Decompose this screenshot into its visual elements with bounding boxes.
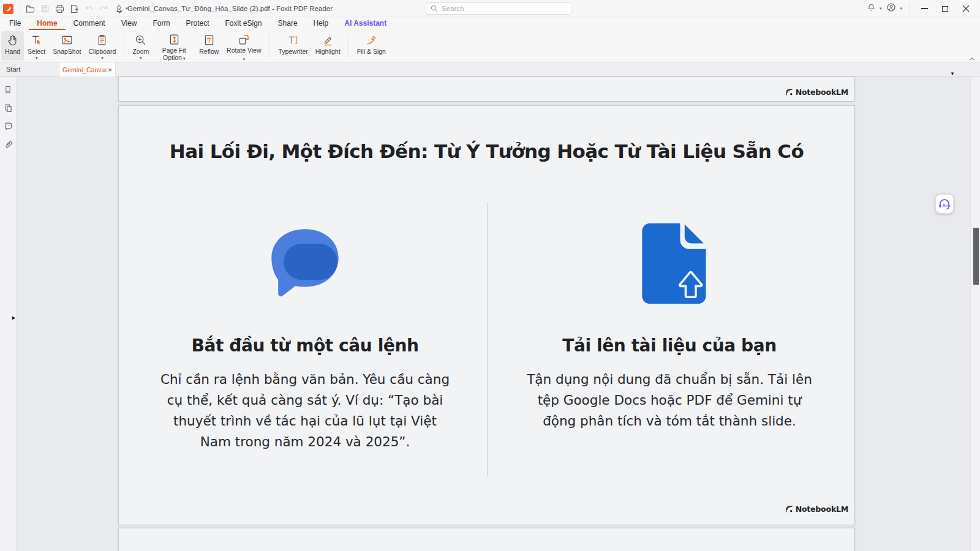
toolbar-divider [124,34,124,58]
hand-label: Hand [5,48,20,56]
rotate-view-icon [238,33,251,46]
menu-item-view[interactable]: View [113,17,145,30]
select-label: Select [28,48,45,56]
tab-document-label: Gemini_Canvas_Tự_... [62,66,107,73]
notifications-dropdown-caret[interactable]: ▾ [880,6,882,11]
comments-panel-icon[interactable] [3,121,13,132]
highlight-button[interactable]: Highlight [312,31,344,61]
snapshot-icon [61,33,74,47]
fill-sign-label: Fill & Sign [357,48,386,56]
account-dropdown-caret[interactable]: ▾ [900,6,902,11]
fill-sign-icon [364,33,378,47]
attachments-panel-icon[interactable] [3,140,13,150]
save-icon [39,2,51,15]
select-icon [30,33,43,47]
ribbon-toolbar: Hand Select ▾ SnapShot Clipboard ▾ Zoom … [0,30,980,62]
foxit-logo-icon [3,4,13,14]
menu-item-protect[interactable]: Protect [178,17,217,30]
reflow-icon [203,33,216,47]
hand-tool-button[interactable]: Hand [1,31,24,61]
highlight-icon [321,33,334,47]
left-column-heading: Bắt đầu từ một câu lệnh [140,335,470,356]
highlight-label: Highlight [315,48,341,56]
select-dropdown-caret: ▾ [36,56,38,60]
menu-item-form[interactable]: Form [145,17,178,30]
minimize-button[interactable] [916,1,932,16]
right-column-heading: Tải lên tài liệu của bạn [504,335,835,356]
titlebar-right-controls: ▾ ▾ [867,0,974,17]
fill-sign-button[interactable]: Fill & Sign [353,31,390,61]
menu-item-file[interactable]: File [1,17,29,30]
divider [20,4,20,13]
redo-icon [97,2,110,15]
typewriter-icon [287,33,300,47]
pdf-page-current[interactable]: Hai Lối Đi, Một Đích Đến: Từ Ý Tưởng Hoặ… [118,105,855,525]
export-page-icon[interactable] [68,2,81,15]
vertical-scrollbar[interactable] [970,77,980,551]
typewriter-label: Typewriter [278,48,307,56]
right-column-body: Tận dụng nội dung đã chuẩn bị sẵn. Tải l… [524,369,815,432]
rotate-view-label: Rotate View ▾ [226,47,262,62]
snapshot-label: SnapShot [53,48,81,56]
zoom-button[interactable]: Zoom ▾ [129,31,153,61]
notebooklm-logo-icon [785,505,793,513]
column-divider [487,203,488,476]
divider [909,4,910,13]
clipboard-button[interactable]: Clipboard ▾ [85,31,119,61]
menu-item-ai-assistant[interactable]: AI Assistant [336,17,394,30]
global-search[interactable] [426,2,571,15]
notifications-bell-icon[interactable] [867,3,876,15]
zoom-dropdown-caret: ▾ [140,56,142,60]
maximize-button[interactable] [937,1,953,16]
page-fit-option-button[interactable]: Page Fit Option ▾ [153,31,195,61]
menu-item-foxit-esign[interactable]: Foxit eSign [217,17,270,30]
toolbar-divider [349,34,349,58]
left-column-body: Chỉ cần ra lệnh bằng văn bản. Yêu cầu cà… [159,369,451,452]
menu-item-help[interactable]: Help [306,17,337,30]
snapshot-button[interactable]: SnapShot [49,31,85,61]
chat-bubble-icon [264,222,346,305]
tab-overflow-icon[interactable]: ▼ [950,71,955,77]
scrollbar-thumb[interactable] [973,228,979,285]
reflow-label: Reflow [199,48,219,56]
bookmarks-panel-icon[interactable] [3,84,13,95]
rotate-view-button[interactable]: Rotate View ▾ [222,31,265,61]
menu-item-home[interactable]: Home [29,17,65,30]
clipboard-icon [96,33,108,47]
app-titlebar: ▾ Gemini_Canvas_Tự_Động_Hóa_Slide (2).pd… [0,0,980,17]
tab-start[interactable]: Start [6,62,20,76]
zoom-label: Zoom [132,48,149,56]
hand-icon [6,33,19,47]
account-icon[interactable] [886,2,896,15]
pdf-page-previous[interactable]: NotebookLM [118,77,855,102]
menu-item-share[interactable]: Share [270,17,306,30]
open-file-icon[interactable] [24,2,37,15]
document-upload-icon [631,220,709,309]
search-input[interactable] [442,5,567,12]
notebooklm-watermark: NotebookLM [785,504,848,514]
ai-assistant-floating-button[interactable]: AI [935,194,954,214]
menu-item-comment[interactable]: Comment [66,17,113,30]
chevron-down-icon[interactable] [116,6,123,17]
typewriter-button[interactable]: Typewriter [274,31,311,61]
reflow-button[interactable]: Reflow [195,31,222,61]
panel-expand-arrow[interactable]: ► [11,315,17,321]
page-fit-icon [168,33,181,46]
document-tab-bar: Start Gemini_Canvas_Tự_... × [0,62,980,77]
window-title: Gemini_Canvas_Tự_Động_Hóa_Slide (2).pdf … [127,0,333,17]
print-icon[interactable] [53,2,66,15]
pages-panel-icon[interactable] [3,103,13,113]
navigation-sidebar [0,77,17,551]
close-button[interactable] [958,1,974,16]
pdf-page-next[interactable] [118,528,855,551]
slide-title: Hai Lối Đi, Một Đích Đến: Từ Ý Tưởng Hoặ… [131,140,842,162]
zoom-icon [134,33,147,47]
menu-bar: File Home Comment View Form Protect Foxi… [0,17,980,30]
tab-close-icon[interactable]: × [108,66,112,73]
notebooklm-watermark: NotebookLM [785,88,848,97]
document-workspace: ► NotebookLM Hai Lối Đi, Một Đích Đến: T… [0,77,980,551]
ai-headset-icon: AI [938,197,951,211]
tab-document[interactable]: Gemini_Canvas_Tự_... × [59,62,116,77]
clipboard-dropdown-caret: ▾ [101,56,104,60]
select-tool-button[interactable]: Select ▾ [24,31,49,61]
